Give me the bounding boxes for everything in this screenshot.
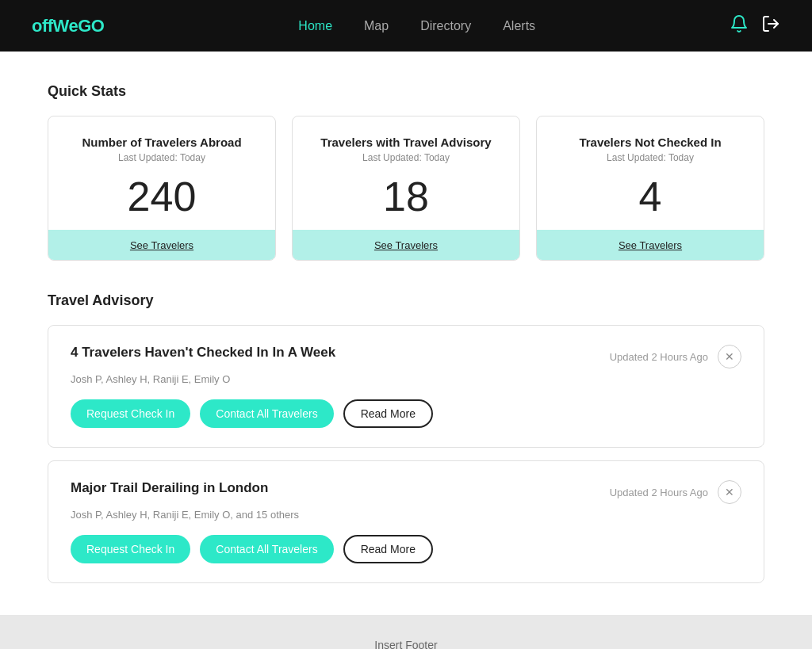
advisory-meta-1: Updated 2 Hours Ago ✕ <box>610 345 741 368</box>
stat-footer-1: See Travelers <box>48 230 275 260</box>
advisory-meta-2: Updated 2 Hours Ago ✕ <box>610 480 741 504</box>
advisory-card-1: 4 Travelers Haven't Checked In In A Week… <box>48 325 764 448</box>
header-icons <box>730 14 780 37</box>
footer-text: Insert Footer <box>374 639 437 649</box>
nav-directory[interactable]: Directory <box>420 19 471 33</box>
stat-card-body-3: Travelers Not Checked In Last Updated: T… <box>537 116 764 230</box>
header: offWeGO Home Map Directory Alerts <box>0 0 812 52</box>
stat-card-body-2: Travelers with Travel Advisory Last Upda… <box>293 116 519 230</box>
stat-updated-3: Last Updated: Today <box>556 152 745 163</box>
footer: Insert Footer <box>0 615 812 649</box>
contact-travelers-btn-1[interactable]: Contact All Travelers <box>200 399 333 428</box>
nav-alerts[interactable]: Alerts <box>503 19 535 33</box>
advisory-close-btn-2[interactable]: ✕ <box>718 480 741 504</box>
advisory-updated-1: Updated 2 Hours Ago <box>610 351 708 363</box>
stat-updated-1: Last Updated: Today <box>67 152 256 163</box>
advisory-close-btn-1[interactable]: ✕ <box>718 345 741 368</box>
logo-text: offWeGO <box>32 16 104 36</box>
nav-map[interactable]: Map <box>364 19 389 33</box>
stat-footer-3: See Travelers <box>537 230 764 260</box>
advisory-travelers-2: Josh P, Ashley H, Raniji E, Emily O, and… <box>71 509 741 521</box>
stat-title-2: Travelers with Travel Advisory <box>312 136 500 149</box>
stat-title-3: Travelers Not Checked In <box>556 136 745 149</box>
request-checkin-btn-2[interactable]: Request Check In <box>71 535 190 563</box>
advisory-title-2: Major Trail Derailing in London <box>71 480 268 496</box>
advisory-updated-2: Updated 2 Hours Ago <box>610 487 708 498</box>
logo: offWeGO <box>32 16 104 36</box>
stat-number-3: 4 <box>556 176 745 217</box>
stat-title-1: Number of Travelers Abroad <box>67 136 256 149</box>
stat-number-2: 18 <box>312 176 500 217</box>
exit-icon[interactable] <box>761 14 780 37</box>
advisory-header-2: Major Trail Derailing in London Updated … <box>71 480 741 504</box>
nav-home[interactable]: Home <box>298 19 332 33</box>
advisory-header-1: 4 Travelers Haven't Checked In In A Week… <box>71 345 741 368</box>
stat-card-body-1: Number of Travelers Abroad Last Updated:… <box>48 116 275 230</box>
stats-grid: Number of Travelers Abroad Last Updated:… <box>48 116 764 261</box>
stat-card-not-checked-in: Travelers Not Checked In Last Updated: T… <box>536 116 764 261</box>
stat-footer-2: See Travelers <box>293 230 519 260</box>
advisory-travelers-1: Josh P, Ashley H, Raniji E, Emily O <box>71 373 741 385</box>
quick-stats-title: Quick Stats <box>48 83 764 100</box>
travel-advisory-title: Travel Advisory <box>48 292 764 309</box>
contact-travelers-btn-2[interactable]: Contact All Travelers <box>200 535 333 563</box>
stat-updated-2: Last Updated: Today <box>312 152 500 163</box>
see-travelers-link-3[interactable]: See Travelers <box>619 239 682 251</box>
read-more-btn-1[interactable]: Read More <box>343 399 433 428</box>
see-travelers-link-1[interactable]: See Travelers <box>130 239 193 251</box>
see-travelers-link-2[interactable]: See Travelers <box>374 239 438 251</box>
advisory-actions-1: Request Check In Contact All Travelers R… <box>71 399 741 428</box>
main-content: Quick Stats Number of Travelers Abroad L… <box>0 52 812 583</box>
stat-number-1: 240 <box>67 176 256 217</box>
stat-card-travelers-abroad: Number of Travelers Abroad Last Updated:… <box>48 116 276 261</box>
quick-stats-section: Quick Stats Number of Travelers Abroad L… <box>48 83 764 261</box>
advisory-title-1: 4 Travelers Haven't Checked In In A Week <box>71 345 335 361</box>
advisory-actions-2: Request Check In Contact All Travelers R… <box>71 535 741 563</box>
logo-accent: GO <box>78 16 104 36</box>
main-nav: Home Map Directory Alerts <box>298 19 535 33</box>
travel-advisory-section: Travel Advisory 4 Travelers Haven't Chec… <box>48 292 764 583</box>
read-more-btn-2[interactable]: Read More <box>343 535 433 563</box>
bell-icon[interactable] <box>730 14 749 37</box>
logo-before: offWe <box>32 16 78 36</box>
advisory-card-2: Major Trail Derailing in London Updated … <box>48 460 764 583</box>
stat-card-travel-advisory: Travelers with Travel Advisory Last Upda… <box>292 116 520 261</box>
request-checkin-btn-1[interactable]: Request Check In <box>71 399 190 428</box>
